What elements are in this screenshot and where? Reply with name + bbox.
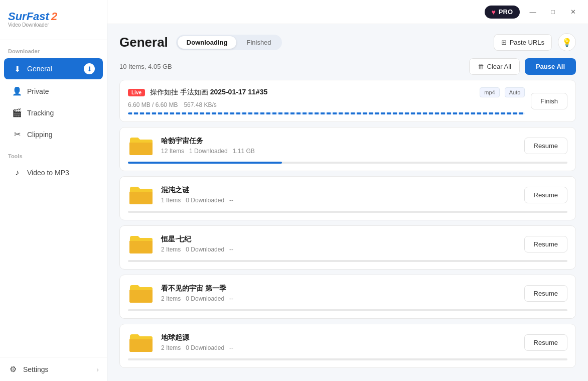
resume-button-1[interactable]: Resume: [524, 187, 567, 203]
live-download-item: Live 操作如挂 手法如画 2025-01-17 11#35 mp4 Auto…: [119, 80, 576, 122]
clipping-icon: ✂: [12, 130, 22, 139]
download-arrow-icon: ⬇: [84, 63, 95, 74]
folder-item-0: 哈勃宇宙任务 12 Items 1 Downloaded 1.11 GB Res…: [119, 127, 576, 171]
folder-name-1: 混沌之谜: [161, 186, 517, 195]
live-title: 操作如挂 手法如画 2025-01-17 11#35: [150, 88, 475, 97]
tag-auto: Auto: [505, 87, 525, 97]
tracking-icon: 🎬: [12, 108, 22, 117]
folder-progress-bar-1: [128, 211, 567, 213]
logo-surfast: SurFast: [8, 10, 49, 23]
pause-all-button[interactable]: Pause All: [525, 58, 576, 75]
tab-group: Downloading Finished: [176, 35, 282, 50]
folder-progress-fill-0: [128, 162, 282, 164]
minimize-button[interactable]: —: [526, 5, 540, 19]
folder-size-4: --: [229, 344, 233, 351]
resume-button-2[interactable]: Resume: [524, 236, 567, 252]
tag-mp4: mp4: [480, 87, 499, 97]
finish-button[interactable]: Finish: [531, 93, 567, 109]
settings-item[interactable]: ⚙ Settings ›: [0, 357, 107, 381]
page-header: General Downloading Finished ⊞ Paste URL…: [107, 24, 588, 51]
clear-all-label: Clear All: [487, 63, 511, 70]
pro-badge: ♥ PRO: [485, 6, 520, 19]
paste-urls-label: Paste URLs: [510, 39, 544, 46]
sidebar: SurFast 2 Video Downloader Downloader ⬇ …: [0, 0, 107, 381]
resume-button-3[interactable]: Resume: [524, 285, 567, 302]
folder-size-3: --: [229, 295, 233, 302]
live-speed: 567.48 KB/s: [184, 101, 216, 108]
maximize-button[interactable]: □: [546, 5, 560, 19]
folder-item-3: 看不见的宇宙 第一季 2 Items 0 Downloaded -- Resum…: [119, 275, 576, 319]
pro-label: PRO: [499, 8, 513, 16]
sidebar-item-general[interactable]: ⬇ General ⬇: [4, 58, 103, 79]
folder-item-4: 地球起源 2 Items 0 Downloaded -- Resume: [119, 324, 576, 368]
folder-downloaded-1: 0 Downloaded: [186, 197, 224, 204]
sidebar-item-tracking[interactable]: 🎬 Tracking: [4, 103, 103, 122]
settings-icon: ⚙: [8, 364, 18, 374]
private-icon: 👤: [12, 86, 22, 96]
tab-downloading[interactable]: Downloading: [178, 36, 237, 49]
live-title-prefix: 操作如挂 手法如画: [150, 88, 210, 96]
folder-progress-bar-3: [128, 309, 567, 311]
header-right: ⊞ Paste URLs 💡: [494, 33, 576, 51]
live-progress-bar: [128, 112, 525, 114]
sidebar-item-private[interactable]: 👤 Private: [4, 81, 103, 101]
items-count: 10 Items, 4.05 GB: [119, 63, 469, 70]
main-content: ♥ PRO — □ ✕ General Downloading Finished…: [107, 0, 588, 381]
live-badge: Live: [128, 89, 145, 96]
folder-icon-1: [128, 184, 154, 206]
chevron-right-icon: ›: [96, 365, 99, 373]
folder-icon-4: [128, 331, 154, 353]
trash-icon: 🗑: [478, 63, 484, 70]
folder-item-1: 混沌之谜 1 Items 0 Downloaded -- Resume: [119, 176, 576, 220]
folder-size-1: --: [229, 197, 233, 204]
folder-info-2: 恒星·七纪 2 Items 0 Downloaded --: [161, 235, 517, 253]
sidebar-item-video-to-mp3[interactable]: ♪ Video to MP3: [4, 163, 103, 182]
folder-icon-2: [128, 233, 154, 255]
folder-items-4: 2 Items: [161, 344, 181, 351]
folder-size-0: 1.11 GB: [233, 148, 255, 155]
tab-finished[interactable]: Finished: [237, 36, 280, 49]
paste-urls-button[interactable]: ⊞ Paste URLs: [494, 34, 552, 51]
sidebar-label-private: Private: [27, 87, 49, 95]
bulb-icon: 💡: [562, 38, 572, 47]
folder-icon-3: [128, 282, 154, 304]
folder-items-1: 1 Items: [161, 197, 181, 204]
folder-name-2: 恒星·七纪: [161, 235, 517, 244]
sidebar-label-tracking: Tracking: [27, 109, 54, 117]
clear-all-button[interactable]: 🗑 Clear All: [469, 58, 520, 75]
folder-info-1: 混沌之谜 1 Items 0 Downloaded --: [161, 186, 517, 204]
folder-info-4: 地球起源 2 Items 0 Downloaded --: [161, 333, 517, 351]
settings-label: Settings: [23, 365, 49, 373]
music-icon: ♪: [12, 168, 22, 177]
resume-button-0[interactable]: Resume: [524, 138, 567, 154]
page-title: General: [119, 35, 168, 50]
paste-icon: ⊞: [501, 39, 507, 46]
folder-info-0: 哈勃宇宙任务 12 Items 1 Downloaded 1.11 GB: [161, 137, 517, 155]
light-bulb-button[interactable]: 💡: [558, 33, 576, 51]
download-list: Live 操作如挂 手法如画 2025-01-17 11#35 mp4 Auto…: [107, 80, 588, 381]
heart-icon: ♥: [492, 8, 496, 16]
folder-icon-0: [128, 135, 154, 157]
sidebar-label-clipping: Clipping: [27, 131, 53, 139]
tools-label: Tools: [0, 145, 107, 162]
resume-button-4[interactable]: Resume: [524, 334, 567, 351]
toolbar-row: 10 Items, 4.05 GB 🗑 Clear All Pause All: [107, 51, 588, 80]
folder-progress-bar-4: [128, 358, 567, 360]
folder-downloaded-0: 1 Downloaded: [189, 148, 228, 155]
live-progress-fill: [128, 112, 525, 114]
live-title-bold: 2025-01-17 11#35: [210, 88, 267, 96]
folder-name-3: 看不见的宇宙 第一季: [161, 284, 517, 293]
folder-downloaded-3: 0 Downloaded: [186, 295, 224, 302]
logo-2: 2: [51, 10, 57, 23]
close-button[interactable]: ✕: [566, 5, 580, 19]
folder-progress-bar-2: [128, 260, 567, 262]
folder-name-4: 地球起源: [161, 333, 517, 342]
folder-info-3: 看不见的宇宙 第一季 2 Items 0 Downloaded --: [161, 284, 517, 302]
sidebar-item-clipping[interactable]: ✂ Clipping: [4, 124, 103, 144]
folder-size-2: --: [229, 246, 233, 253]
folder-item-2: 恒星·七纪 2 Items 0 Downloaded -- Resume: [119, 225, 576, 270]
folder-items-3: 2 Items: [161, 295, 181, 302]
folder-progress-bar-0: [128, 162, 567, 164]
downloader-label: Downloader: [0, 40, 107, 57]
folder-items-2: 2 Items: [161, 246, 181, 253]
